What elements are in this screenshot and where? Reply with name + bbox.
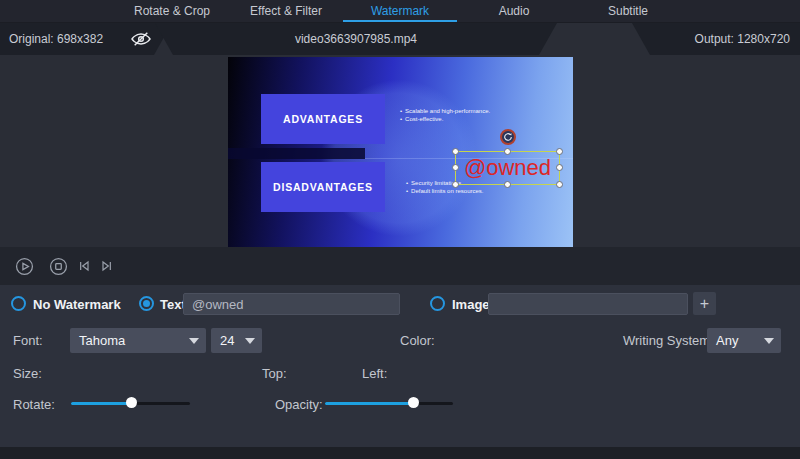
- left-label: Left:: [362, 366, 387, 381]
- selection-handle-bottom-left[interactable]: [452, 181, 459, 188]
- skip-forward-icon: [99, 258, 115, 274]
- selection-handle-top-center[interactable]: [504, 148, 511, 155]
- opacity-label: Opacity:: [275, 397, 323, 412]
- video-stage: ADVANTAGES •Scalable and high-performanc…: [0, 55, 800, 247]
- bullet-item: •Cost-effective.: [400, 115, 490, 123]
- writing-systems-select[interactable]: Any: [707, 328, 781, 353]
- font-size-select[interactable]: 24: [211, 328, 262, 353]
- chevron-down-icon: [245, 338, 255, 344]
- rotate-thumb[interactable]: [126, 397, 137, 408]
- tab-watermark[interactable]: Watermark: [343, 0, 457, 22]
- opacity-thumb[interactable]: [408, 397, 419, 408]
- slide-disadvantages-box: DISADVANTAGES: [261, 162, 385, 212]
- skip-back-icon: [76, 258, 92, 274]
- watermark-text[interactable]: @owned: [464, 157, 551, 179]
- slide-disadvantages-title: DISADVANTAGES: [273, 181, 373, 193]
- watermark-rotate-handle[interactable]: [500, 129, 516, 145]
- watermark-selection-box[interactable]: @owned: [455, 151, 560, 185]
- writing-systems-label: Writing Systems:: [623, 333, 720, 348]
- font-select[interactable]: Tahoma: [70, 328, 206, 353]
- selection-handle-top-right[interactable]: [556, 148, 563, 155]
- rotate-label: Rotate:: [13, 397, 55, 412]
- selection-handle-top-left[interactable]: [452, 148, 459, 155]
- window-bottom-edge: [0, 447, 800, 459]
- eye-off-icon: [130, 30, 152, 48]
- add-image-button[interactable]: +: [693, 292, 716, 315]
- font-size-value: 24: [220, 333, 234, 348]
- bullet-item: •Default limits on resources.: [406, 187, 483, 195]
- no-watermark-label: No Watermark: [33, 297, 121, 312]
- selection-handle-bottom-center[interactable]: [504, 181, 511, 188]
- preview-compare-button[interactable]: [128, 28, 154, 50]
- radio-text-watermark[interactable]: [139, 296, 154, 311]
- rotate-icon: [503, 132, 513, 142]
- stop-button[interactable]: [48, 256, 68, 276]
- slide-advantages-box: ADVANTAGES: [261, 94, 385, 144]
- rotate-fill: [71, 402, 131, 405]
- watermark-editor-window: Rotate & Crop Effect & Filter Watermark …: [0, 0, 800, 459]
- text-watermark-label: Text: [160, 297, 186, 312]
- watermark-control-panel: No Watermark Text Image + Font: Tahoma 2…: [0, 285, 800, 447]
- output-size-text: Output: 1280x720: [695, 32, 790, 46]
- tab-audio[interactable]: Audio: [457, 0, 571, 22]
- stop-icon: [49, 257, 68, 276]
- filename-bar: video3663907985.mp4: [155, 23, 557, 55]
- image-watermark-label: Image: [452, 297, 490, 312]
- font-label: Font:: [13, 333, 43, 348]
- slide-advantages-bullets: •Scalable and high-performance. •Cost-ef…: [400, 107, 490, 123]
- selection-handle-bottom-right[interactable]: [556, 181, 563, 188]
- play-icon: [15, 257, 34, 276]
- size-label: Size:: [13, 366, 42, 381]
- image-watermark-input[interactable]: [488, 293, 688, 315]
- playback-bar: 00:02:12.09/00:05:18.18: [0, 247, 800, 285]
- radio-image-watermark[interactable]: [430, 296, 445, 311]
- bullet-item: •Scalable and high-performance.: [400, 107, 490, 115]
- rotate-slider[interactable]: [71, 397, 190, 409]
- filename-text: video3663907985.mp4: [295, 32, 417, 46]
- selection-handle-mid-left[interactable]: [452, 164, 459, 171]
- radio-no-watermark[interactable]: [11, 296, 26, 311]
- tab-rotate-crop[interactable]: Rotate & Crop: [115, 0, 229, 22]
- plus-icon: +: [700, 295, 709, 313]
- selection-handle-mid-right[interactable]: [556, 164, 563, 171]
- output-size-label: Output: 1280x720: [632, 23, 800, 55]
- top-tab-bar: Rotate & Crop Effect & Filter Watermark …: [0, 0, 800, 23]
- color-label: Color:: [400, 333, 435, 348]
- top-label: Top:: [262, 366, 287, 381]
- opacity-slider[interactable]: [325, 397, 453, 409]
- font-select-value: Tahoma: [79, 333, 125, 348]
- slide-advantages-title: ADVANTAGES: [283, 113, 363, 125]
- preview-header: Original: 698x382 video3663907985.mp4 Ou…: [0, 23, 800, 55]
- writing-systems-value: Any: [716, 333, 738, 348]
- opacity-fill: [325, 402, 413, 405]
- next-frame-button[interactable]: [97, 256, 117, 276]
- tab-effect-filter[interactable]: Effect & Filter: [229, 0, 343, 22]
- chevron-down-icon: [764, 338, 774, 344]
- play-button[interactable]: [14, 256, 34, 276]
- chevron-down-icon: [189, 338, 199, 344]
- video-preview: ADVANTAGES •Scalable and high-performanc…: [228, 57, 573, 247]
- original-size-text: Original: 698x382: [9, 32, 103, 46]
- text-watermark-input[interactable]: [183, 293, 400, 315]
- slide-decor-band: [228, 148, 365, 159]
- tab-subtitle[interactable]: Subtitle: [571, 0, 685, 22]
- prev-frame-button[interactable]: [74, 256, 94, 276]
